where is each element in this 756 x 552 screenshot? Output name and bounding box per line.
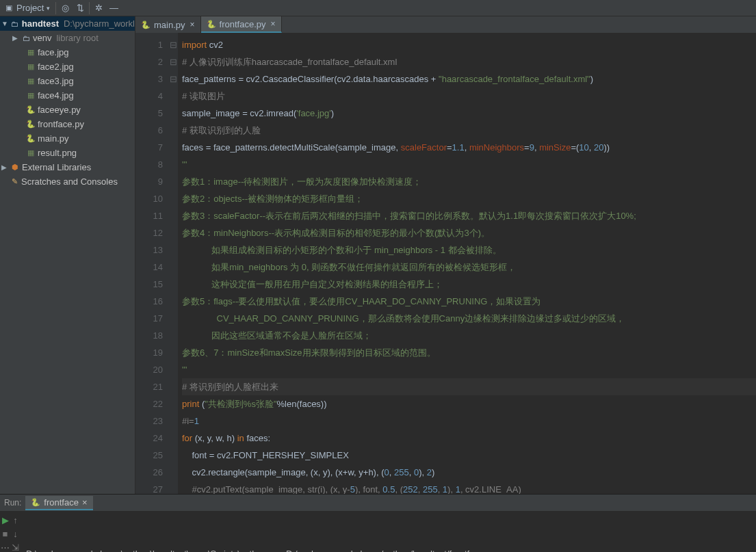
code-line[interactable]: 如果min_neighbors 为 0, 则函数不做任何操作就返回所有的被检候选… xyxy=(182,259,756,276)
code-editor[interactable]: 1234567891011121314151617181920212223242… xyxy=(135,33,756,494)
tree-label: face2.jpg xyxy=(38,62,74,72)
tree-label: External Libraries xyxy=(22,162,91,172)
python-icon: 🐍 xyxy=(26,120,36,129)
image-icon: ▦ xyxy=(26,91,36,101)
run-tab[interactable]: 🐍 frontface × xyxy=(25,496,92,510)
tree-hint: D:\pycharm_workl xyxy=(64,18,135,29)
tab-label: main.py xyxy=(154,20,185,30)
tree-label: face4.jpg xyxy=(38,90,74,101)
code-line[interactable]: font = cv2.FONT_HERSHEY_SIMPLEX xyxy=(182,447,756,464)
run-title: Run: xyxy=(4,498,21,508)
close-icon[interactable]: × xyxy=(270,19,275,29)
tree-label: faceeye.py xyxy=(38,105,81,115)
tree-extlib[interactable]: ▶ ⬢ External Libraries xyxy=(0,160,135,174)
tree-label: face.jpg xyxy=(38,47,69,57)
run-button[interactable]: ▶ xyxy=(2,515,9,525)
scratches-icon: ✎ xyxy=(10,177,19,187)
image-icon: ▦ xyxy=(26,148,36,158)
tree-label: face3.jpg xyxy=(38,76,74,86)
top-toolbar: ▣ Project ▾ ◎ ⇅ ✲ ― xyxy=(0,0,756,16)
code-line[interactable]: for (x, y, w, h) in faces: xyxy=(182,430,756,447)
tab-label: frontface.py xyxy=(220,19,266,29)
python-icon: 🐍 xyxy=(207,19,216,29)
tree-label: frontface.py xyxy=(38,119,84,129)
python-icon: 🐍 xyxy=(26,105,36,115)
code-line[interactable]: ''' xyxy=(182,156,756,173)
settings-icon[interactable]: ✲ xyxy=(91,1,106,16)
code-line[interactable]: 参数4：minNeighbors--表示构成检测目标的相邻矩形的最小个数(默认为… xyxy=(182,224,756,241)
code-line[interactable]: print ("共检测到%s张脸"%len(faces)) xyxy=(182,395,756,412)
code-area[interactable]: import cv2# 人像识别训练库haarcascade_frontalfa… xyxy=(178,33,756,494)
code-line[interactable]: 参数6、7：minSize和maxSize用来限制得到的目标区域的范围。 xyxy=(182,344,756,361)
tree-label: venv xyxy=(33,33,51,43)
down-arrow-icon[interactable]: ↓ xyxy=(13,529,18,539)
run-controls: ▶ ↑ ■ ↓ ⋯ ⇲ xyxy=(0,511,21,552)
expand-icon[interactable]: ⇅ xyxy=(73,1,88,16)
code-line[interactable]: 参数3：scaleFactor--表示在前后两次相继的扫描中，搜索窗口的比例系数… xyxy=(182,207,756,224)
output-line: D:\pycharm_workplaces\python\handtest\ve… xyxy=(26,546,751,552)
code-line[interactable]: face_patterns = cv2.CascadeClassifier(cv… xyxy=(182,70,756,88)
code-line[interactable]: 这种设定值一般用在用户自定义对检测结果的组合程序上； xyxy=(182,276,756,293)
stop-button[interactable]: ■ xyxy=(3,529,8,539)
up-arrow-icon[interactable]: ↑ xyxy=(13,515,18,525)
chevron-down-icon: ▼ xyxy=(1,20,8,27)
collapse-icon[interactable]: ― xyxy=(106,1,121,16)
code-line[interactable]: faces = face_patterns.detectMultiScale(s… xyxy=(182,139,756,156)
tree-file[interactable]: 🐍faceeye.py xyxy=(0,103,135,117)
tree-file[interactable]: ▦face4.jpg xyxy=(0,88,135,103)
code-line[interactable]: CV_HAAR_DO_CANNY_PRUNING，那么函数将会使用Canny边缘… xyxy=(182,310,756,327)
code-line[interactable]: #cv2.putText(sample_image, str(i), (x, y… xyxy=(182,481,756,494)
editor-tabs: 🐍main.py×🐍frontface.py× xyxy=(135,16,756,33)
code-line[interactable]: ''' xyxy=(182,361,756,378)
tree-label: handtest xyxy=(22,18,59,29)
tree-file[interactable]: 🐍main.py xyxy=(0,131,135,146)
editor-tab[interactable]: 🐍main.py× xyxy=(135,16,201,33)
chevron-down-icon: ▾ xyxy=(47,5,50,12)
code-line[interactable]: 参数2：objects--被检测物体的矩形框向量组； xyxy=(182,190,756,207)
code-line[interactable]: 如果组成检测目标的小矩形的个数和小于 min_neighbors - 1 都会被… xyxy=(182,241,756,259)
tree-label: main.py xyxy=(38,133,69,144)
tree-hint: library root xyxy=(56,33,98,43)
run-tab-label: frontface xyxy=(44,497,79,508)
fold-gutter: ⊟⊟⊟ xyxy=(168,33,178,494)
code-line[interactable]: import cv2 xyxy=(182,36,756,53)
line-gutter: 1234567891011121314151617181920212223242… xyxy=(135,33,168,494)
code-line[interactable]: 因此这些区域通常不会是人脸所在区域； xyxy=(182,327,756,344)
tree-label: result.png xyxy=(38,148,77,158)
close-icon[interactable]: × xyxy=(190,20,195,29)
code-line[interactable]: sample_image = cv2.imread('face.jpg') xyxy=(182,105,756,122)
tree-venv[interactable]: ▶ 🗀 venv library root xyxy=(0,31,135,45)
project-dropdown[interactable]: ▣ Project ▾ xyxy=(0,1,54,16)
editor-tab[interactable]: 🐍frontface.py× xyxy=(201,16,282,33)
run-body: ▶ ↑ ■ ↓ ⋯ ⇲ D:\pycharm_workplaces\python… xyxy=(0,511,756,552)
code-line[interactable]: 参数5：flags--要么使用默认值，要么使用CV_HAAR_DO_CANNY_… xyxy=(182,293,756,310)
project-sidebar: ▼ 🗀 handtest D:\pycharm_workl ▶ 🗀 venv l… xyxy=(0,16,135,494)
export-icon[interactable]: ⇲ xyxy=(12,542,19,553)
tree-file[interactable]: ▦face.jpg xyxy=(0,45,135,60)
target-icon[interactable]: ◎ xyxy=(57,1,73,16)
more-icon[interactable]: ⋯ xyxy=(1,542,10,553)
tree-file[interactable]: 🐍frontface.py xyxy=(0,117,135,131)
editor-pane: 🐍main.py×🐍frontface.py× 1234567891011121… xyxy=(135,16,756,494)
code-line[interactable]: cv2.rectangle(sample_image, (x, y), (x+w… xyxy=(182,464,756,481)
code-line[interactable]: #i=1 xyxy=(182,412,756,430)
image-icon: ▦ xyxy=(26,48,36,57)
tree-root[interactable]: ▼ 🗀 handtest D:\pycharm_workl xyxy=(0,16,135,31)
code-line[interactable]: 参数1：image--待检测图片，一般为灰度图像加快检测速度； xyxy=(182,173,756,190)
run-output[interactable]: D:\pycharm_workplaces\python\handtest\ve… xyxy=(21,511,756,552)
tree-scratches[interactable]: ✎ Scratches and Consoles xyxy=(0,174,135,189)
close-icon[interactable]: × xyxy=(82,497,88,508)
library-icon: ⬢ xyxy=(10,163,20,172)
tree-file[interactable]: ▦face3.jpg xyxy=(0,74,135,88)
python-icon: 🐍 xyxy=(31,497,40,507)
tree-file[interactable]: ▦result.png xyxy=(0,146,135,160)
code-line[interactable]: # 将识别到的人脸框出来 xyxy=(182,378,756,395)
code-line[interactable]: # 获取识别到的人脸 xyxy=(182,122,756,139)
code-line[interactable]: # 读取图片 xyxy=(182,88,756,105)
python-icon: 🐍 xyxy=(26,134,36,144)
code-line[interactable]: # 人像识别训练库haarcascade_frontalface_default… xyxy=(182,53,756,70)
tree-file[interactable]: ▦face2.jpg xyxy=(0,60,135,74)
run-panel: Run: 🐍 frontface × ▶ ↑ ■ ↓ ⋯ ⇲ D:\pychar… xyxy=(0,494,756,552)
project-label: Project xyxy=(16,3,44,13)
chevron-right-icon: ▶ xyxy=(1,163,8,171)
